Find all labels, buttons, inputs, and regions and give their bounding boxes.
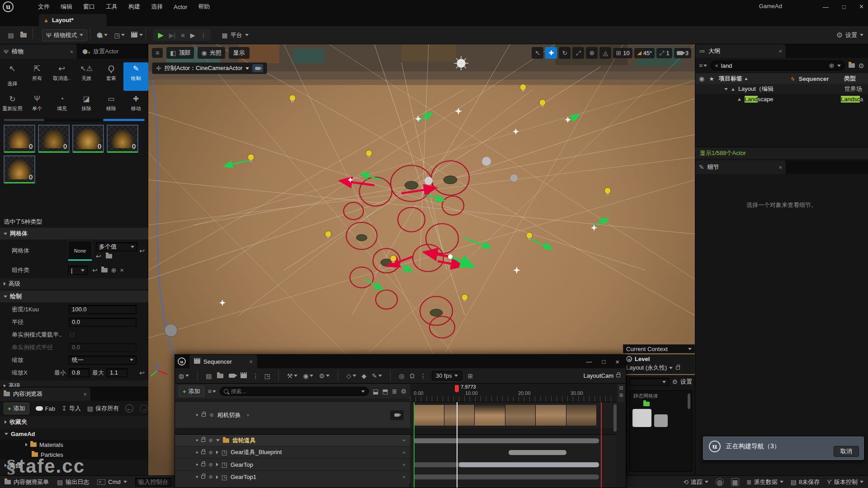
tool-deselect[interactable]: ↩取消选.. (49, 62, 74, 91)
close-tab-icon[interactable]: × (70, 48, 73, 55)
tool-lasso[interactable]: Ϙ套索 (99, 62, 124, 91)
component-class-dropdown[interactable]: | (68, 266, 88, 275)
track-pin-icon[interactable]: ● (196, 438, 198, 442)
menu-window[interactable]: 窗口 (83, 3, 95, 11)
minimize-button[interactable]: — (823, 4, 829, 10)
sequence-start-marker[interactable] (414, 402, 415, 488)
tab-place-actor[interactable]: ⬢+ 放置Actor (77, 47, 124, 56)
save-icon[interactable]: ▤ (5, 32, 17, 38)
marker-icon[interactable]: ◎ (399, 373, 404, 379)
add-actor-dropdown[interactable]: ⬢+ (97, 31, 108, 39)
tool-reapply[interactable]: ↻重新应用 (0, 93, 25, 116)
tool-select[interactable]: ↖​选择 (0, 62, 25, 91)
rotate-tool-icon[interactable]: ↻ (559, 47, 571, 59)
sequence-end-marker[interactable] (601, 402, 602, 488)
viewport-options-icon[interactable]: ≡ (152, 48, 163, 58)
lock-icon[interactable] (676, 366, 680, 370)
clear-search-icon[interactable]: × (715, 62, 718, 69)
world-space-icon[interactable]: ⊕ (586, 47, 598, 59)
track-gear-blueprint[interactable]: ●⊘ ◳ Gear道具_Blueprint + (175, 446, 410, 459)
camera-button[interactable] (390, 410, 404, 420)
unreal-logo-icon[interactable]: u (3, 1, 14, 12)
menu-tools[interactable]: 工具 (106, 3, 118, 11)
menu-edit[interactable]: 编辑 (61, 3, 72, 11)
actions-dropdown[interactable]: ⚒ (287, 373, 298, 379)
track-mute-icon[interactable]: ⊘ (208, 450, 212, 455)
scale-x-min-input[interactable]: 0.8 (69, 368, 90, 377)
fps-dropdown[interactable]: 30 fps (432, 371, 462, 380)
track-gear-folder[interactable]: ●⊘ 齿轮道具 + (175, 435, 410, 446)
expand-tracks-icon[interactable]: ⬒ (382, 388, 388, 394)
gear-blueprint-range-bar[interactable] (509, 450, 566, 455)
playhead-line[interactable] (457, 402, 458, 488)
track-geartop1[interactable]: ●⊘ ◳ GearTop1 + (175, 471, 410, 483)
render-movie-icon[interactable] (241, 374, 247, 378)
output-log-button[interactable]: ▤ 输出日志 (57, 478, 89, 486)
visibility-column-icon[interactable]: ◉ (699, 75, 704, 82)
blueprints-dropdown[interactable]: ◳ (114, 32, 125, 38)
save-all-button[interactable]: ▤保存所有 (87, 404, 119, 413)
add-key-icon[interactable]: + (246, 412, 250, 418)
label-column-header[interactable]: 项目标签▲ (719, 75, 787, 83)
add-key-icon[interactable]: + (402, 449, 406, 456)
minimize-button[interactable]: — (586, 358, 592, 365)
tab-layout[interactable]: ▲ Layout* (39, 14, 107, 26)
sequencer-ruler[interactable]: 0.00 10.00 20.00 30.00 7.9773 (410, 384, 616, 402)
tool-fill[interactable]: ◔填充 (49, 93, 74, 116)
loop-icon[interactable]: Ω (410, 373, 415, 379)
track-pin-icon[interactable]: ● (196, 413, 198, 417)
add-track-button[interactable]: +添加 (179, 386, 204, 397)
track-mute-icon[interactable]: ⊘ (209, 413, 213, 418)
trace-dropdown[interactable]: ⟲追踪 (683, 478, 708, 486)
keyframe-options-dropdown[interactable]: ◇ (346, 373, 356, 379)
outliner-search[interactable]: × ⊕ (711, 61, 844, 70)
browse-asset-icon[interactable] (101, 268, 108, 272)
foliage-type-thumbnail[interactable]: 0 (4, 155, 35, 183)
curve-editor-icon[interactable]: ◳ (264, 373, 270, 379)
mesh-asset-dropdown[interactable]: 多个值 (96, 242, 137, 251)
sequencer-scrollbar[interactable] (613, 404, 617, 432)
tab-sequencer[interactable]: Sequencer × (189, 355, 257, 368)
foliage-type-thumbnail[interactable]: 0 (38, 125, 70, 153)
browse-icon[interactable] (217, 374, 223, 378)
sequencer-column-header[interactable]: Sequencer (799, 75, 840, 82)
close-button[interactable]: × (615, 358, 619, 366)
camera-lock-control[interactable]: LayoutCam (584, 372, 622, 379)
foliage-scrollbar[interactable] (3, 118, 146, 122)
clear-icon[interactable]: × (120, 267, 123, 273)
play-button[interactable]: ▶ (158, 31, 163, 39)
add-content-button[interactable]: +添加 (4, 403, 29, 414)
forward-icon[interactable]: → (140, 404, 148, 413)
range-icon[interactable]: ⊟ (618, 385, 625, 391)
add-filter-icon[interactable]: ⊕ (829, 62, 835, 69)
menu-select[interactable]: 选择 (151, 3, 163, 11)
single-instance-override-checkbox[interactable] (69, 331, 75, 338)
play-options-icon[interactable]: ⋮ (200, 32, 206, 38)
scale-x-max-input[interactable]: 1.1 (107, 368, 127, 377)
tool-move[interactable]: ✚移动 (123, 93, 148, 116)
tab-details[interactable]: ✎ 细节 × (695, 160, 786, 174)
close-button[interactable]: × (859, 3, 863, 11)
sequencer-search[interactable] (220, 387, 369, 396)
track-list-icon[interactable]: ≣ (392, 388, 397, 394)
menu-actor[interactable]: Actor (174, 4, 187, 10)
outliner-row-layout[interactable]: ▲ Layout（编辑 世界场 (695, 84, 868, 94)
save-icon[interactable]: ▤ (206, 373, 212, 379)
tool-paint[interactable]: ✎绘制 (123, 62, 148, 91)
density-input[interactable]: 100.0 (69, 305, 137, 314)
track-pin-icon[interactable]: ● (196, 450, 198, 455)
new-folder-icon[interactable] (849, 63, 855, 68)
add-key-icon[interactable]: + (402, 461, 406, 468)
foliage-type-thumbnail[interactable]: 0 (107, 125, 138, 153)
use-selected-icon[interactable]: ↩ (92, 267, 98, 273)
scale-snap-control[interactable]: ⤢1 (656, 48, 672, 58)
browse-asset-icon[interactable] (106, 254, 112, 258)
current-context-bar[interactable]: Current Context (623, 344, 695, 353)
reset-icon[interactable]: ↩ (139, 248, 145, 254)
show-dropdown[interactable]: 显示 (229, 47, 250, 59)
fab-button[interactable]: Fab (36, 405, 55, 412)
mesh-thumbnail[interactable]: None (68, 241, 92, 261)
tool-single[interactable]: Ψ单个 (25, 93, 50, 116)
back-icon[interactable]: ← (125, 404, 133, 413)
maximize-button[interactable]: □ (602, 358, 605, 365)
